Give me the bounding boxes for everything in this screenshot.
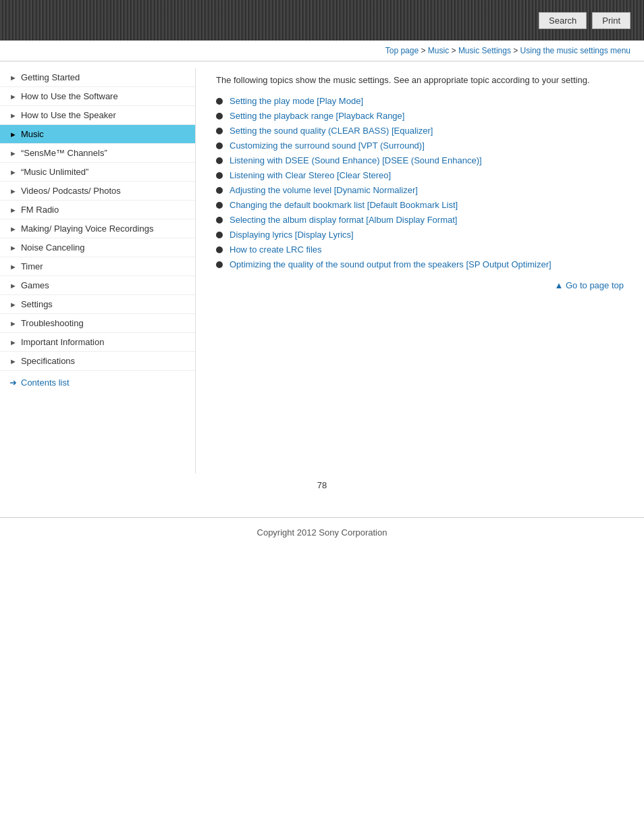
list-item: Changing the default bookmark list [Defa…	[216, 200, 624, 210]
list-item: Setting the playback range [Playback Ran…	[216, 111, 624, 121]
list-item: Listening with DSEE (Sound Enhance) [DSE…	[216, 155, 624, 165]
sidebar-item-label: Timer	[21, 261, 43, 271]
page-description: The following topics show the music sett…	[216, 75, 624, 85]
sidebar-item-label: “Music Unlimited”	[21, 167, 88, 177]
bullet-icon	[216, 202, 223, 209]
topic-link-album-display[interactable]: Selecting the album display format [Albu…	[230, 215, 457, 225]
sidebar-item-label: Getting Started	[21, 72, 80, 82]
breadcrumb-top[interactable]: Top page	[385, 46, 419, 55]
sidebar-item-software[interactable]: ► How to Use the Software	[0, 87, 195, 106]
main-layout: ► Getting Started ► How to Use the Softw…	[0, 68, 644, 473]
search-button[interactable]: Search	[539, 12, 587, 29]
sidebar-item-voice-recordings[interactable]: ► Making/ Playing Voice Recordings	[0, 219, 195, 238]
arrow-icon: ►	[9, 149, 17, 157]
contents-list-label: Contents list	[21, 377, 70, 388]
sidebar-item-troubleshooting[interactable]: ► Troubleshooting	[0, 314, 195, 333]
topic-link-playback-range[interactable]: Setting the playback range [Playback Ran…	[230, 111, 404, 121]
bullet-icon	[216, 172, 223, 179]
bullet-icon	[216, 261, 223, 268]
arrow-icon: ►	[9, 282, 17, 290]
sidebar-item-videos[interactable]: ► Videos/ Podcasts/ Photos	[0, 182, 195, 201]
topic-link-dsee[interactable]: Listening with DSEE (Sound Enhance) [DSE…	[230, 155, 482, 165]
topic-link-lrc-files[interactable]: How to create LRC files	[230, 244, 322, 255]
sidebar-item-fm-radio[interactable]: ► FM Radio	[0, 201, 195, 219]
sidebar-item-games[interactable]: ► Games	[0, 276, 195, 295]
sidebar-item-label: Settings	[21, 299, 53, 309]
arrow-icon: ►	[9, 93, 17, 101]
sidebar-item-important-info[interactable]: ► Important Information	[0, 333, 195, 352]
bullet-icon	[216, 98, 223, 105]
arrow-icon: ►	[9, 187, 17, 195]
sidebar-item-settings[interactable]: ► Settings	[0, 295, 195, 314]
sidebar-item-label: Music	[21, 129, 44, 139]
topic-link-equalizer[interactable]: Setting the sound quality (CLEAR BASS) […	[230, 126, 433, 136]
bullet-icon	[216, 113, 223, 120]
go-to-top[interactable]: ▲ Go to page top	[216, 280, 624, 290]
bullet-icon	[216, 217, 223, 224]
sidebar-item-label: Videos/ Podcasts/ Photos	[21, 186, 121, 196]
breadcrumb: Top page > Music > Music Settings > Usin…	[0, 41, 644, 61]
header: Search Print	[0, 0, 644, 41]
breadcrumb-music[interactable]: Music	[428, 46, 449, 55]
sidebar-item-getting-started[interactable]: ► Getting Started	[0, 68, 195, 87]
bullet-icon	[216, 142, 223, 149]
bullet-icon	[216, 187, 223, 194]
topic-list: Setting the play mode [Play Mode] Settin…	[216, 96, 624, 269]
arrow-icon: ►	[9, 130, 17, 138]
sidebar-item-music[interactable]: ► Music	[0, 125, 195, 144]
sidebar-item-label: FM Radio	[21, 205, 59, 215]
sidebar-item-music-unlimited[interactable]: ► “Music Unlimited”	[0, 163, 195, 182]
list-item: Listening with Clear Stereo [Clear Stere…	[216, 170, 624, 180]
bullet-icon	[216, 157, 223, 164]
arrow-icon: ►	[9, 74, 17, 82]
sidebar-item-speaker[interactable]: ► How to Use the Speaker	[0, 106, 195, 125]
sidebar-item-sensme[interactable]: ► “SensMe™ Channels”	[0, 144, 195, 163]
list-item: How to create LRC files	[216, 244, 624, 255]
arrow-icon: ►	[9, 357, 17, 365]
sidebar-item-label: Making/ Playing Voice Recordings	[21, 224, 154, 234]
arrow-icon: ►	[9, 244, 17, 252]
bullet-icon	[216, 232, 223, 238]
topic-link-bookmark-list[interactable]: Changing the default bookmark list [Defa…	[230, 200, 458, 210]
sidebar-item-timer[interactable]: ► Timer	[0, 257, 195, 276]
sidebar-item-noise-canceling[interactable]: ► Noise Canceling	[0, 238, 195, 257]
copyright-text: Copyright 2012 Sony Corporation	[257, 527, 387, 538]
list-item: Adjusting the volume level [Dynamic Norm…	[216, 185, 624, 195]
arrow-icon: ►	[9, 263, 17, 271]
sidebar-item-label: How to Use the Software	[21, 91, 118, 101]
contents-list-link[interactable]: ➜ Contents list	[0, 371, 195, 394]
topic-link-clear-stereo[interactable]: Listening with Clear Stereo [Clear Stere…	[230, 170, 391, 180]
arrow-icon: ►	[9, 206, 17, 214]
main-content: The following topics show the music sett…	[196, 68, 644, 473]
sidebar-item-label: Important Information	[21, 337, 105, 347]
go-to-top-link[interactable]: ▲ Go to page top	[555, 280, 624, 290]
topic-link-display-lyrics[interactable]: Displaying lyrics [Display Lyrics]	[230, 230, 354, 240]
print-button[interactable]: Print	[592, 12, 630, 29]
sidebar-item-label: Troubleshooting	[21, 318, 84, 328]
sidebar-item-label: Specifications	[21, 356, 75, 366]
arrow-icon: ►	[9, 225, 17, 233]
breadcrumb-current[interactable]: Using the music settings menu	[520, 46, 630, 55]
sidebar-item-label: Games	[21, 280, 49, 290]
sidebar: ► Getting Started ► How to Use the Softw…	[0, 68, 196, 473]
list-item: Selecting the album display format [Albu…	[216, 215, 624, 225]
list-item: Setting the play mode [Play Mode]	[216, 96, 624, 106]
list-item: Setting the sound quality (CLEAR BASS) […	[216, 126, 624, 136]
list-item: Optimizing the quality of the sound outp…	[216, 259, 624, 269]
topic-link-play-mode[interactable]: Setting the play mode [Play Mode]	[230, 96, 363, 106]
breadcrumb-music-settings[interactable]: Music Settings	[458, 46, 511, 55]
arrow-icon: ►	[9, 338, 17, 346]
bullet-icon	[216, 246, 223, 253]
bullet-icon	[216, 128, 223, 134]
topic-link-dynamic-normalizer[interactable]: Adjusting the volume level [Dynamic Norm…	[230, 185, 418, 195]
contents-arrow-icon: ➜	[9, 377, 17, 388]
topic-link-vpt[interactable]: Customizing the surround sound [VPT (Sur…	[230, 140, 425, 151]
sidebar-item-label: How to Use the Speaker	[21, 110, 116, 120]
topic-link-sp-output[interactable]: Optimizing the quality of the sound outp…	[230, 259, 552, 269]
arrow-icon: ►	[9, 319, 17, 328]
sidebar-item-specifications[interactable]: ► Specifications	[0, 352, 195, 371]
list-item: Displaying lyrics [Display Lyrics]	[216, 230, 624, 240]
arrow-icon: ►	[9, 168, 17, 176]
footer: Copyright 2012 Sony Corporation	[0, 517, 644, 547]
arrow-icon: ►	[9, 111, 17, 120]
